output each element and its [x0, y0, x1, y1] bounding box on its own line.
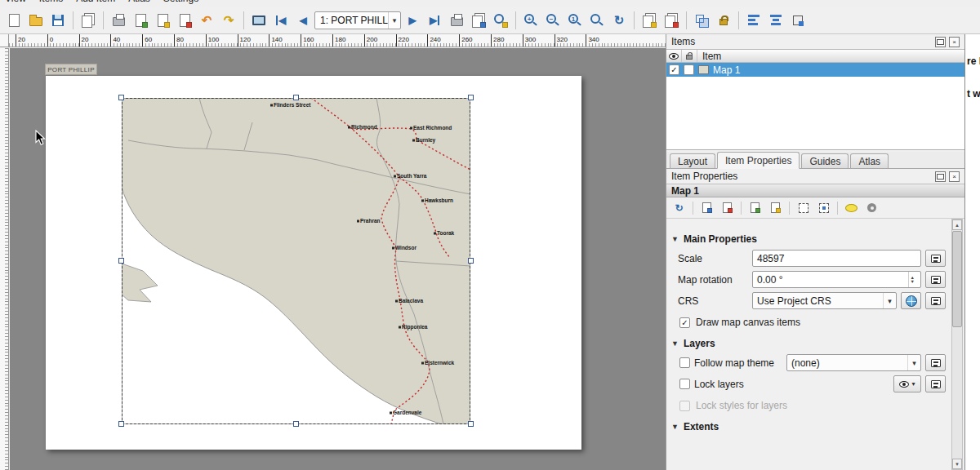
scale-data-defined-button[interactable]: [925, 250, 946, 267]
visibility-preset-button[interactable]: ▾: [893, 375, 921, 392]
tab-item-properties[interactable]: Item Properties: [717, 152, 800, 169]
labeling-settings-button[interactable]: [842, 199, 861, 216]
scroll-up-button[interactable]: ▲: [952, 219, 962, 230]
crs-combo[interactable]: Use Project CRS ▾: [752, 292, 897, 309]
scrollbar-thumb[interactable]: [952, 231, 962, 327]
settings-badge-icon: [502, 22, 508, 28]
crs-label: CRS: [678, 295, 748, 307]
scroll-down-button[interactable]: ▼: [952, 459, 962, 469]
lock-layers-data-defined-button[interactable]: [925, 375, 946, 392]
selection-handle[interactable]: [118, 95, 124, 100]
selection-handle[interactable]: [293, 95, 299, 100]
undo-button[interactable]: ↶: [196, 10, 217, 31]
menu-atlas[interactable]: Atlas: [128, 0, 150, 4]
undock-panel-button[interactable]: [935, 37, 946, 47]
tab-guides[interactable]: Guides: [801, 153, 849, 168]
raise-items-button[interactable]: [639, 10, 660, 31]
toolbar-separator: [73, 11, 74, 29]
layout-page[interactable]: Flinders StreetRichmondEast RichmondBurn…: [46, 76, 581, 450]
crs-select-button[interactable]: [901, 292, 921, 309]
set-extent-from-canvas-button[interactable]: [697, 199, 716, 216]
refresh-view-button[interactable]: ↻: [608, 10, 630, 31]
lock-layers-checkbox[interactable]: [679, 379, 690, 389]
move-content-button[interactable]: [814, 199, 833, 216]
follow-map-theme-checkbox[interactable]: [679, 357, 690, 368]
export-atlas-button[interactable]: [468, 10, 489, 31]
set-scale-from-canvas-button[interactable]: [746, 199, 764, 216]
zoom-actual-button[interactable]: 1: [564, 10, 586, 31]
atlas-settings-button[interactable]: [490, 10, 511, 31]
view-scale-in-canvas-button[interactable]: [766, 199, 785, 216]
clipping-settings-button[interactable]: [862, 199, 881, 216]
tab-layout[interactable]: Layout: [670, 153, 715, 168]
menu-view[interactable]: View: [5, 0, 26, 4]
resize-items-button[interactable]: [787, 10, 808, 31]
map-item[interactable]: Flinders StreetRichmondEast RichmondBurn…: [122, 98, 470, 424]
new-layout-button[interactable]: [3, 10, 24, 31]
view-extent-in-canvas-button[interactable]: [718, 199, 737, 216]
item-row-map-1[interactable]: ✓ Map 1: [666, 63, 964, 77]
save-project-button[interactable]: [47, 10, 69, 31]
undock-panel-button[interactable]: [935, 171, 946, 182]
crs-data-defined-button[interactable]: [925, 292, 946, 309]
scale-value: 48597: [757, 253, 784, 264]
zoom-in-button[interactable]: +: [520, 10, 541, 31]
close-panel-button[interactable]: ×: [949, 37, 960, 47]
preview-atlas-button[interactable]: [248, 10, 270, 31]
export-pdf-button[interactable]: [174, 10, 195, 31]
atlas-feature-combo[interactable]: 1: PORT PHILLIP ▾: [314, 11, 401, 29]
selection-handle[interactable]: [293, 421, 299, 427]
lock-items-button[interactable]: [713, 10, 734, 31]
selection-handle[interactable]: [468, 95, 474, 100]
draw-canvas-items-checkbox[interactable]: ✓: [679, 317, 690, 328]
export-svg-button[interactable]: [152, 10, 173, 31]
scale-input[interactable]: 48597: [752, 250, 921, 267]
rotation-spinbox[interactable]: 0.00 ° ▲▼: [752, 271, 921, 288]
selection-handle[interactable]: [118, 421, 124, 427]
move-content-icon: [819, 203, 829, 213]
close-panel-button[interactable]: ×: [949, 171, 960, 182]
printer-icon: [451, 17, 463, 26]
distribute-items-button[interactable]: [765, 10, 786, 31]
item-visibility-checkbox[interactable]: ✓: [669, 64, 679, 75]
redo-button[interactable]: ↷: [218, 10, 239, 31]
theme-data-defined-button[interactable]: [925, 354, 946, 371]
station-label: Flinders Street: [270, 102, 311, 108]
last-feature-button[interactable]: ▶: [424, 10, 445, 31]
align-items-button[interactable]: [743, 10, 764, 31]
update-map-preview-button[interactable]: ↻: [670, 199, 688, 216]
zoom-out-button[interactable]: −: [542, 10, 564, 31]
map-theme-combo[interactable]: (none) ▾: [786, 354, 921, 371]
spin-arrows[interactable]: ▲▼: [908, 272, 916, 287]
print-atlas-button[interactable]: [446, 10, 467, 31]
edit-extent-button[interactable]: [794, 199, 813, 216]
zoom-full-button[interactable]: [586, 10, 608, 31]
tab-atlas[interactable]: Atlas: [850, 153, 889, 168]
open-layout-button[interactable]: [25, 10, 47, 31]
print-layout-button[interactable]: [108, 10, 129, 31]
lower-items-button[interactable]: [661, 10, 682, 31]
selection-handle[interactable]: [468, 258, 474, 264]
selection-handle[interactable]: [468, 421, 474, 427]
section-layers[interactable]: ▼ Layers: [671, 338, 952, 349]
station-label: Balaclava: [395, 298, 423, 304]
menu-items[interactable]: Items: [39, 0, 63, 4]
first-feature-button[interactable]: ◀: [270, 10, 292, 31]
selection-handle[interactable]: [118, 258, 124, 264]
duplicate-layout-button[interactable]: [78, 10, 99, 31]
collapse-arrow-icon: ▼: [671, 339, 679, 348]
section-heading: Layers: [684, 338, 715, 349]
properties-scrollbar[interactable]: ▲ ▼: [951, 219, 963, 470]
next-feature-button[interactable]: ▶: [402, 10, 423, 31]
previous-feature-button[interactable]: ◀: [292, 10, 314, 31]
menu-add-item[interactable]: Add Item: [76, 0, 115, 4]
rotation-data-defined-button[interactable]: [925, 271, 946, 288]
section-extents[interactable]: ▼ Extents: [671, 421, 952, 432]
layout-canvas[interactable]: PORT PHILLIP: [10, 48, 666, 470]
section-main-properties[interactable]: ▼ Main Properties: [671, 233, 952, 245]
lock-styles-checkbox[interactable]: [679, 401, 690, 411]
group-items-button[interactable]: [691, 10, 712, 31]
menu-settings[interactable]: Settings: [163, 0, 198, 4]
export-image-button[interactable]: [130, 10, 151, 31]
item-lock-checkbox[interactable]: [684, 64, 694, 75]
